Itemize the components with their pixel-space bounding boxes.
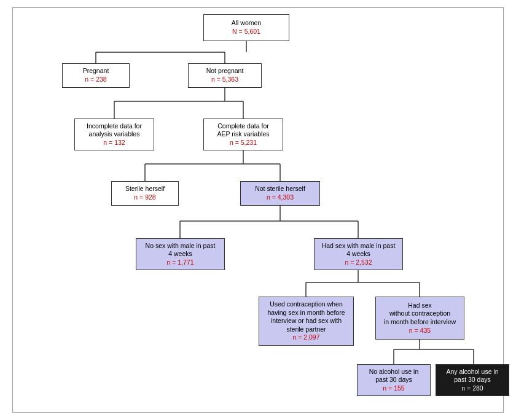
box-not-pregnant-label: Not pregnant [206,67,244,76]
box-not-sterile-herself: Not sterile herself n = 4,303 [240,181,320,206]
box-complete-data: Complete data forAEP risk variables n = … [203,119,283,150]
box-sterile-count: n = 928 [134,193,155,202]
box-no-sex-label: No sex with male in past4 weeks [146,242,216,259]
box-all-women-label: All women [232,19,261,28]
box-no-contraception-label: Had sexwithout contraceptionin month bef… [384,301,456,327]
box-not-pregnant: Not pregnant n = 5,363 [188,63,262,88]
box-no-alcohol-label: No alcohol use inpast 30 days [369,368,419,384]
box-used-contraception-label: Used contraception whenhaving sex in mon… [267,300,345,334]
box-incomplete-data: Incomplete data foranalysis variables n … [74,119,154,150]
box-no-sex-count: n = 1,771 [166,259,194,267]
box-no-contraception: Had sexwithout contraceptionin month bef… [375,297,464,340]
box-not-sterile-label: Not sterile herself [255,185,305,193]
box-incomplete-label: Incomplete data foranalysis variables [87,122,142,139]
box-complete-count: n = 5,231 [230,139,257,147]
box-no-sex: No sex with male in past4 weeks n = 1,77… [136,238,225,270]
box-sterile-label: Sterile herself [125,185,165,193]
box-any-alcohol: Any alcohol use inpast 30 days n = 280 [436,364,509,396]
box-any-alcohol-count: n = 280 [461,384,483,393]
box-used-contraception-count: n = 2,097 [292,333,319,342]
box-pregnant-count: n = 238 [85,76,106,84]
box-all-women-count: N = 5,601 [232,28,260,36]
box-not-pregnant-count: n = 5,363 [211,76,238,84]
box-complete-label: Complete data forAEP risk variables [217,122,269,139]
flowchart-diagram: All women N = 5,601 Pregnant n = 238 Not… [12,7,504,413]
box-not-sterile-count: n = 4,303 [267,193,294,202]
box-had-sex: Had sex with male in past4 weeks n = 2,5… [314,238,403,270]
box-had-sex-count: n = 2,532 [345,259,372,267]
box-had-sex-label: Had sex with male in past4 weeks [322,242,396,259]
box-pregnant-label: Pregnant [83,67,109,76]
box-no-contraception-count: n = 435 [409,327,431,335]
box-all-women: All women N = 5,601 [203,14,289,41]
box-no-alcohol-count: n = 155 [383,384,404,393]
box-pregnant: Pregnant n = 238 [62,63,130,88]
box-sterile-herself: Sterile herself n = 928 [111,181,179,206]
box-used-contraception: Used contraception whenhaving sex in mon… [259,297,354,346]
box-any-alcohol-label: Any alcohol use inpast 30 days [446,368,498,384]
box-no-alcohol: No alcohol use inpast 30 days n = 155 [357,364,431,396]
box-incomplete-count: n = 132 [103,139,125,147]
